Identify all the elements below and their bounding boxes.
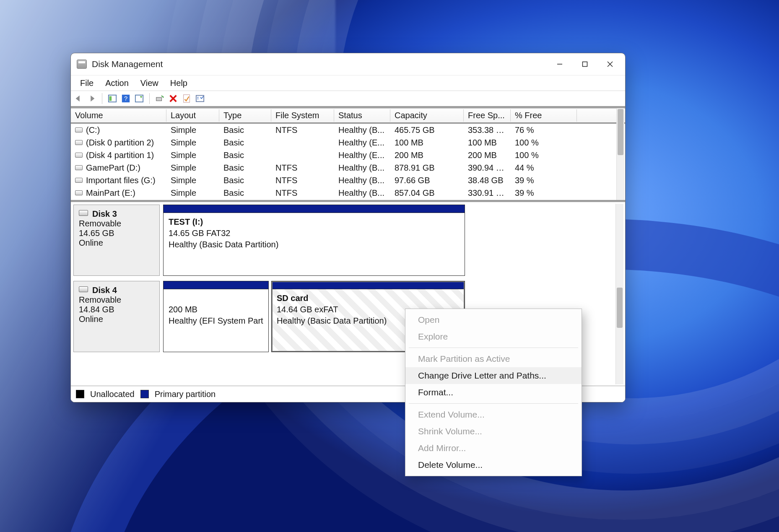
maximize-button[interactable] [572, 55, 597, 73]
cell-pct: 100 % [511, 138, 577, 148]
partition-disk4-efi[interactable]: 200 MB Healthy (EFI System Part [163, 281, 269, 352]
disk-icon [79, 210, 88, 216]
disk-status: Online [79, 238, 154, 248]
cell-volume: MainPart (E:) [71, 188, 166, 198]
menu-format[interactable]: Format... [405, 384, 582, 401]
disk-size: 14.84 GB [79, 305, 154, 314]
volume-row[interactable]: (Disk 0 partition 2)SimpleBasicHealthy (… [71, 136, 625, 149]
volume-row[interactable]: (Disk 4 partition 1)SimpleBasicHealthy (… [71, 149, 625, 161]
col-type[interactable]: Type [219, 109, 271, 122]
cell-type: Basic [219, 151, 271, 160]
menu-help[interactable]: Help [164, 77, 193, 90]
disk-row-disk3: Disk 3 Removable 14.65 GB Online TEST (I… [73, 205, 614, 276]
partition-disk3-test[interactable]: TEST (I:) 14.65 GB FAT32 Healthy (Basic … [163, 205, 465, 276]
svg-rect-8 [135, 95, 143, 102]
legend-label-unallocated: Unallocated [90, 389, 135, 399]
show-hide-console-tree-icon[interactable] [107, 93, 117, 104]
cell-pct: 39 % [511, 176, 577, 185]
scrollbar-thumb[interactable] [618, 109, 623, 155]
options-icon[interactable] [195, 93, 205, 104]
properties-icon[interactable] [182, 93, 192, 104]
back-icon[interactable] [73, 93, 83, 104]
legend-label-primary: Primary partition [155, 389, 216, 399]
cell-type: Basic [219, 163, 271, 173]
menu-shrink-volume[interactable]: Shrink Volume... [405, 423, 582, 440]
partition-sizefs: 14.64 GB exFAT [277, 305, 338, 314]
menu-delete-volume[interactable]: Delete Volume... [405, 457, 582, 473]
cell-volume: GamePart (D:) [71, 163, 166, 173]
scrollbar-thumb[interactable] [617, 288, 623, 328]
partition-title: SD card [277, 293, 309, 303]
menu-view[interactable]: View [135, 77, 164, 90]
menu-add-mirror[interactable]: Add Mirror... [405, 440, 582, 457]
menubar: File Action View Help [71, 75, 625, 91]
col-fs[interactable]: File System [271, 109, 334, 122]
volume-row[interactable]: GamePart (D:)SimpleBasicNTFSHealthy (B..… [71, 161, 625, 174]
disk-media: Removable [79, 295, 154, 305]
legend-swatch-primary [140, 390, 149, 398]
menu-file[interactable]: File [74, 77, 99, 90]
volume-list: Volume Layout Type File System Status Ca… [71, 106, 625, 200]
partition-color-bar [164, 281, 268, 289]
disk-label-disk4[interactable]: Disk 4 Removable 14.84 GB Online [73, 281, 160, 352]
titlebar[interactable]: Disk Management [71, 53, 625, 75]
svg-rect-10 [184, 95, 190, 102]
volume-row[interactable]: New Games DriveSimpleBasicNTFSHealthy (B… [71, 199, 625, 200]
legend-swatch-unallocated [76, 390, 84, 398]
cell-layout: Simple [166, 125, 219, 135]
volume-row[interactable]: MainPart (E:)SimpleBasicNTFSHealthy (B..… [71, 187, 625, 199]
disk-icon [79, 286, 88, 292]
refresh-icon[interactable] [155, 93, 165, 104]
menu-explore[interactable]: Explore [405, 328, 582, 345]
menu-extend-volume[interactable]: Extend Volume... [405, 406, 582, 423]
delete-icon[interactable] [168, 93, 178, 104]
disk-label-disk3[interactable]: Disk 3 Removable 14.65 GB Online [73, 205, 160, 276]
cell-pct: 76 % [511, 125, 577, 135]
disk-size: 14.65 GB [79, 228, 154, 238]
menu-action[interactable]: Action [99, 77, 135, 90]
volume-row[interactable]: (C:)SimpleBasicNTFSHealthy (B...465.75 G… [71, 124, 625, 136]
svg-rect-5 [109, 96, 112, 101]
cell-free: 353.38 GB [464, 125, 511, 135]
show-hide-action-pane-icon[interactable] [134, 93, 144, 104]
cell-fs: NTFS [271, 188, 334, 198]
svg-text:?: ? [124, 95, 127, 102]
menu-mark-active[interactable]: Mark Partition as Active [405, 350, 582, 367]
help-icon[interactable]: ? [121, 93, 131, 104]
cell-capacity: 97.66 GB [390, 176, 464, 185]
volume-row[interactable]: Important files (G:)SimpleBasicNTFSHealt… [71, 174, 625, 187]
cell-fs: NTFS [271, 125, 334, 135]
drive-icon [75, 153, 83, 158]
drive-icon [75, 165, 83, 170]
col-status[interactable]: Status [334, 109, 390, 122]
cell-free: 38.48 GB [464, 176, 511, 185]
col-free[interactable]: Free Sp... [464, 109, 511, 122]
disk-name: Disk 3 [92, 209, 117, 218]
drive-icon [75, 190, 83, 195]
disk-name: Disk 4 [92, 285, 117, 295]
cell-layout: Simple [166, 176, 219, 185]
minimize-button[interactable] [547, 55, 572, 73]
close-button[interactable] [597, 55, 623, 73]
col-capacity[interactable]: Capacity [390, 109, 464, 122]
cell-layout: Simple [166, 151, 219, 160]
drive-icon [75, 178, 83, 183]
menu-separator [409, 403, 578, 404]
forward-icon[interactable] [87, 93, 97, 104]
menu-open[interactable]: Open [405, 311, 582, 328]
cell-pct: 39 % [511, 188, 577, 198]
col-layout[interactable]: Layout [166, 109, 219, 122]
disk-view-scrollbar[interactable] [615, 204, 623, 384]
disk-media: Removable [79, 219, 154, 228]
menu-change-drive-letter[interactable]: Change Drive Letter and Paths... [405, 367, 582, 384]
cell-fs: NTFS [271, 176, 334, 185]
partition-title: TEST (I:) [169, 217, 203, 226]
partition-context-menu: Open Explore Mark Partition as Active Ch… [405, 309, 582, 476]
volume-list-scrollbar[interactable] [616, 108, 624, 200]
cell-free: 330.91 GB [464, 188, 511, 198]
cell-free: 390.94 GB [464, 163, 511, 173]
cell-status: Healthy (E... [334, 138, 390, 148]
cell-pct: 44 % [511, 163, 577, 173]
col-volume[interactable]: Volume [71, 109, 166, 122]
col-pct[interactable]: % Free [511, 109, 577, 122]
